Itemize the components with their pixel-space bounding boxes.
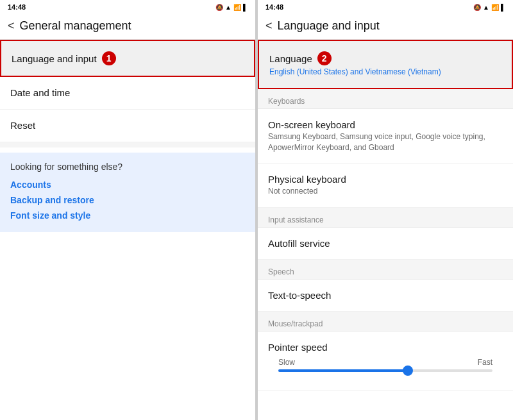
right-page-title: Language and input	[278, 19, 380, 33]
right-status-bar: 14:48 🔕 ▲ 📶 ▌	[258, 0, 513, 14]
mouse-header: Mouse/trackpad	[258, 312, 513, 332]
pointer-speed-slider-container: Slow Fast	[268, 353, 503, 380]
language-input-title: Language and input	[12, 53, 97, 64]
tts-title: Text-to-speech	[268, 290, 503, 301]
autofill-title: Autofill service	[268, 238, 503, 249]
looking-section: Looking for something else? Accounts Bac…	[0, 153, 255, 232]
left-status-bar: 14:48 🔕 ▲ 📶 ▌	[0, 0, 255, 14]
language-subtitle: English (United States) and Vietnamese (…	[269, 67, 501, 78]
left-screen: 14:48 🔕 ▲ 📶 ▌ < General management Langu…	[0, 0, 255, 420]
onscreen-keyboard-title: On-screen keyboard	[268, 119, 503, 130]
language-title: Language	[269, 53, 312, 64]
right-header: < Language and input	[258, 14, 513, 40]
date-time-title: Date and time	[10, 87, 70, 98]
right-settings-list: Language 2 English (United States) and V…	[258, 40, 513, 420]
left-time: 14:48	[8, 3, 26, 11]
keyboards-header: Keyboards	[258, 89, 513, 109]
slider-min-label: Slow	[278, 358, 295, 367]
right-mute-icon: 🔕	[473, 4, 481, 11]
physical-keyboard-title: Physical keyboard	[268, 174, 503, 185]
right-back-button[interactable]: <	[265, 19, 273, 33]
slider-labels: Slow Fast	[278, 358, 492, 367]
left-header: < General management	[0, 14, 255, 40]
slider-fill	[278, 369, 407, 372]
reset-item[interactable]: Reset	[0, 110, 255, 142]
right-status-icons: 🔕 ▲ 📶 ▌	[473, 4, 505, 11]
physical-keyboard-item[interactable]: Physical keyboard Not connected	[258, 164, 513, 208]
wifi-icon: ▲	[225, 4, 231, 11]
physical-keyboard-subtitle: Not connected	[268, 186, 503, 197]
right-screen: 14:48 🔕 ▲ 📶 ▌ < Language and input Langu…	[258, 0, 513, 420]
pointer-speed-title: Pointer speed	[268, 342, 503, 353]
battery-icon: ▌	[243, 4, 248, 11]
language-input-item[interactable]: Language and input 1	[0, 40, 255, 77]
slider-max-label: Fast	[478, 358, 492, 367]
right-signal-icon: 📶	[491, 4, 499, 11]
left-settings-list: Language and input 1 Date and time Reset…	[0, 40, 255, 420]
right-wifi-icon: ▲	[483, 4, 489, 11]
speech-header: Speech	[258, 260, 513, 280]
input-assistance-header: Input assistance	[258, 208, 513, 228]
pointer-speed-item[interactable]: Pointer speed Slow Fast	[258, 332, 513, 391]
mute-icon: 🔕	[215, 4, 223, 11]
badge-1: 1	[102, 51, 116, 65]
left-back-button[interactable]: <	[8, 19, 15, 33]
tts-item[interactable]: Text-to-speech	[258, 280, 513, 312]
reset-title: Reset	[10, 120, 35, 131]
right-battery-icon: ▌	[501, 4, 505, 11]
language-item[interactable]: Language 2 English (United States) and V…	[258, 40, 513, 89]
left-page-title: General management	[20, 19, 131, 33]
font-size-link[interactable]: Font size and style	[10, 208, 245, 223]
badge-2: 2	[317, 51, 332, 65]
backup-restore-link[interactable]: Backup and restore	[10, 192, 245, 208]
signal-icon: 📶	[233, 4, 241, 11]
slider-thumb[interactable]	[403, 365, 413, 376]
onscreen-keyboard-item[interactable]: On-screen keyboard Samsung Keyboard, Sam…	[258, 109, 513, 164]
looking-title: Looking for something else?	[10, 162, 245, 172]
autofill-item[interactable]: Autofill service	[258, 228, 513, 260]
slider-track[interactable]	[278, 369, 492, 372]
right-time: 14:48	[265, 3, 283, 11]
date-time-item[interactable]: Date and time	[0, 77, 255, 110]
onscreen-keyboard-subtitle: Samsung Keyboard, Samsung voice input, G…	[268, 131, 503, 153]
accounts-link[interactable]: Accounts	[10, 177, 245, 192]
left-divider	[0, 142, 255, 147]
left-status-icons: 🔕 ▲ 📶 ▌	[215, 4, 248, 11]
